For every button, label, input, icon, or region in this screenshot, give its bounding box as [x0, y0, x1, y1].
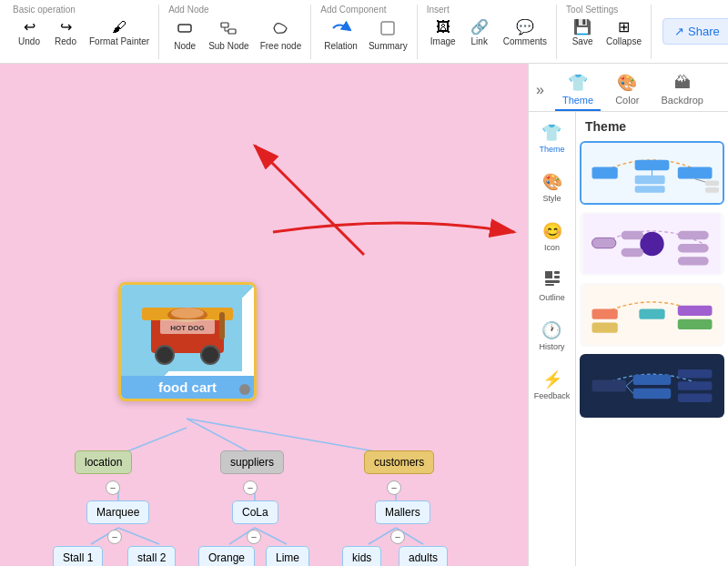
- toolbar-group-insert: Insert 🖼 Image 🔗 Link 💬 Comments: [421, 5, 557, 59]
- theme-item-4[interactable]: [580, 354, 724, 418]
- svg-rect-65: [678, 393, 713, 401]
- theme-item-1[interactable]: [580, 141, 724, 205]
- theme-item-2[interactable]: [580, 212, 724, 276]
- svg-rect-48: [622, 231, 644, 239]
- marquee-node[interactable]: Marquee: [86, 500, 149, 524]
- share-button[interactable]: ↗ Share: [662, 18, 728, 45]
- marquee-minus[interactable]: −: [107, 530, 122, 544]
- format-painter-icon: 🖌: [112, 20, 126, 35]
- stall2-label: stall 2: [137, 551, 166, 564]
- customers-node[interactable]: customers: [364, 450, 434, 474]
- feedback-side-label: Feedback: [534, 391, 571, 400]
- theme-panel-content: Theme: [576, 112, 728, 566]
- free-node-label: Free node: [260, 41, 302, 51]
- tab-color[interactable]: 🎨 Color: [608, 69, 646, 111]
- node-icon: [177, 20, 193, 39]
- side-icon-icon[interactable]: 😊 Icon: [539, 217, 566, 256]
- location-minus[interactable]: −: [106, 480, 120, 495]
- redo-button[interactable]: ↪ Redo: [49, 18, 82, 48]
- stall1-node[interactable]: Stall 1: [53, 546, 103, 566]
- collapse-button[interactable]: ⊞ Collapse: [602, 18, 645, 48]
- relation-label: Relation: [324, 41, 358, 51]
- mallers-label: Mallers: [385, 506, 420, 519]
- collapse-label: Collapse: [606, 36, 642, 46]
- undo-button[interactable]: ↩ Undo: [13, 18, 46, 48]
- tab-theme[interactable]: 👕 Theme: [555, 69, 601, 111]
- free-node-button[interactable]: Free node: [257, 18, 306, 53]
- adults-node[interactable]: adults: [399, 546, 448, 566]
- resize-handle[interactable]: [239, 384, 250, 395]
- canvas[interactable]: ✕: [0, 64, 528, 566]
- image-button[interactable]: 🖼 Image: [427, 18, 460, 48]
- share-export-group: ↗ Share ⬆ Export: [655, 18, 728, 45]
- side-icon-history[interactable]: 🕐 History: [535, 317, 568, 355]
- svg-rect-38: [678, 167, 713, 178]
- customers-label: customers: [374, 456, 424, 469]
- customers-minus[interactable]: −: [387, 480, 401, 495]
- side-icon-theme[interactable]: 👕 Theme: [535, 119, 568, 157]
- relation-button[interactable]: Relation: [320, 18, 361, 53]
- cola-minus[interactable]: −: [247, 530, 261, 544]
- svg-line-8: [187, 419, 396, 455]
- stall1-label: Stall 1: [63, 551, 93, 564]
- suppliers-node[interactable]: suppliers: [220, 450, 284, 474]
- mallers-node[interactable]: Mallers: [375, 500, 430, 524]
- toolbar-group-basic: Basic operation ↩ Undo ↪ Redo 🖌 Format P…: [7, 5, 159, 59]
- tab-backdrop[interactable]: 🏔 Backdrop: [653, 70, 710, 111]
- svg-rect-49: [622, 248, 644, 257]
- summary-button[interactable]: Summary: [365, 18, 411, 53]
- side-icon-feedback[interactable]: ⚡ Feedback: [531, 366, 574, 404]
- save-label: Save: [572, 36, 593, 46]
- svg-rect-58: [678, 319, 713, 329]
- lime-node[interactable]: Lime: [266, 546, 309, 566]
- svg-rect-30: [545, 271, 552, 278]
- location-node[interactable]: location: [75, 450, 132, 474]
- svg-rect-40: [635, 186, 665, 193]
- kids-node[interactable]: kids: [342, 546, 381, 566]
- svg-text:HOT DOG: HOT DOG: [170, 324, 204, 332]
- cola-node[interactable]: CoLa: [232, 500, 278, 524]
- link-label: Link: [471, 36, 488, 46]
- side-icon-outline[interactable]: Outline: [535, 267, 569, 306]
- suppliers-minus[interactable]: −: [243, 480, 258, 495]
- panel-body: 👕 Theme 🎨 Style 😊 Icon Outline: [529, 112, 728, 566]
- svg-rect-2: [228, 29, 236, 34]
- svg-rect-60: [592, 379, 627, 391]
- link-button[interactable]: 🔗 Link: [463, 18, 496, 48]
- svg-point-27: [171, 308, 204, 318]
- stall2-node[interactable]: stall 2: [127, 546, 176, 566]
- group-label-add-component: Add Component: [320, 5, 386, 15]
- undo-label: Undo: [18, 36, 40, 46]
- theme-side-icon: 👕: [541, 123, 561, 143]
- mallers-minus[interactable]: −: [390, 530, 405, 544]
- theme-item-3[interactable]: [580, 283, 724, 347]
- backdrop-tab-label: Backdrop: [661, 95, 703, 106]
- svg-line-11: [118, 528, 159, 544]
- svg-rect-51: [678, 244, 709, 252]
- sub-node-button[interactable]: Sub Node: [205, 18, 252, 53]
- save-icon: 💾: [573, 20, 592, 35]
- svg-rect-39: [635, 176, 665, 184]
- feedback-side-icon: ⚡: [542, 369, 562, 389]
- svg-rect-50: [678, 231, 709, 239]
- side-icon-style[interactable]: 🎨 Style: [539, 168, 566, 207]
- format-painter-button[interactable]: 🖌 Format Painter: [86, 18, 153, 48]
- node-label: Node: [174, 41, 196, 51]
- svg-point-24: [201, 346, 219, 364]
- svg-point-46: [640, 232, 663, 256]
- comments-button[interactable]: 💬 Comments: [500, 18, 551, 48]
- svg-rect-54: [592, 308, 618, 318]
- save-button[interactable]: 💾 Save: [566, 18, 599, 48]
- svg-rect-33: [545, 280, 560, 283]
- theme-side-label: Theme: [539, 145, 564, 154]
- relation-icon: [331, 20, 351, 39]
- panel-collapse-button[interactable]: »: [536, 82, 544, 98]
- svg-rect-44: [705, 187, 719, 193]
- svg-rect-32: [554, 276, 560, 278]
- root-node[interactable]: ✕: [118, 282, 257, 401]
- orange-node[interactable]: Orange: [198, 546, 255, 566]
- node-button[interactable]: Node: [168, 18, 201, 53]
- svg-rect-56: [639, 308, 664, 318]
- panel-title: Theme: [576, 112, 728, 137]
- svg-rect-43: [705, 180, 719, 186]
